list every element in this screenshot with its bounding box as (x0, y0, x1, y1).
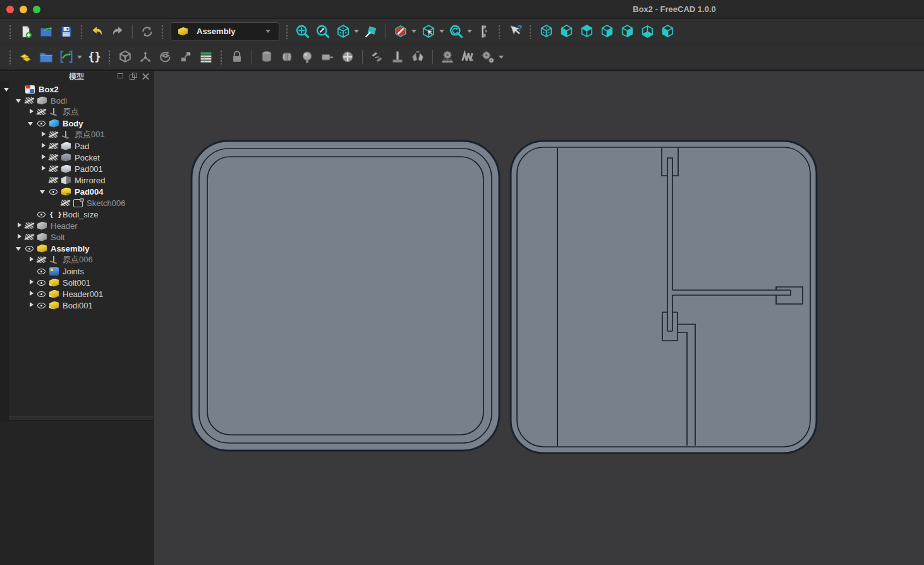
tree-item-bodi-size[interactable]: Bodi_size (0, 209, 153, 220)
tree-item-pad[interactable]: Pad (0, 140, 153, 152)
toolbar-drag-handle[interactable] (529, 24, 532, 39)
insert-link-button[interactable] (56, 47, 76, 67)
view-fit-selection-button[interactable] (313, 21, 333, 42)
open-document-button[interactable] (36, 21, 56, 42)
toolbar-drag-handle[interactable] (80, 24, 83, 39)
toolbar-drag-handle[interactable] (286, 24, 289, 39)
new-document-button[interactable] (16, 21, 36, 42)
undo-button[interactable] (87, 21, 107, 42)
chevron-down-icon[interactable] (499, 56, 504, 59)
belt-joint-button[interactable] (458, 47, 478, 67)
save-button[interactable] (56, 21, 76, 42)
panel-minimize-button[interactable] (117, 73, 124, 80)
create-variable-set-button[interactable]: {} (84, 47, 104, 67)
cylindrical-joint-button[interactable] (277, 47, 297, 67)
close-window-button[interactable] (6, 6, 14, 13)
bill-of-materials-button[interactable] (196, 47, 216, 67)
tree-item-origin001[interactable]: 原点001 (0, 129, 153, 140)
collapse-arrow-icon[interactable] (27, 255, 37, 265)
model-panel-header[interactable]: 模型 (0, 71, 153, 82)
expand-arrow-icon[interactable] (39, 186, 49, 197)
chevron-down-icon[interactable] (411, 30, 416, 33)
rear-view-button[interactable] (617, 21, 637, 42)
axonometric-view-button[interactable] (536, 21, 556, 42)
exploded-view-button[interactable] (176, 47, 196, 67)
sync-view-button[interactable] (446, 21, 466, 42)
workbench-selector[interactable]: Assembly (171, 22, 279, 41)
expand-arrow-icon[interactable] (27, 118, 37, 128)
expand-arrow-icon[interactable] (15, 243, 25, 253)
tree-item-origin[interactable]: 原点 (0, 106, 153, 118)
bottom-view-button[interactable] (637, 21, 657, 42)
gear-joint-button[interactable] (478, 47, 498, 67)
tree-item-pad004[interactable]: Pad004 (0, 186, 153, 197)
toolbar-drag-handle[interactable] (161, 24, 164, 39)
tree-item-bodi[interactable]: Bodi (0, 95, 153, 106)
panel-float-button[interactable] (130, 73, 137, 80)
flexible-assembly-button[interactable] (135, 47, 155, 67)
clipping-plane-button[interactable] (391, 21, 411, 42)
measure-button[interactable] (474, 21, 494, 42)
top-view-button[interactable] (576, 21, 597, 42)
zoom-window-button[interactable] (33, 6, 40, 13)
tree-item-origin006[interactable]: 原点006 (0, 254, 153, 265)
collapse-arrow-icon[interactable] (39, 164, 49, 174)
tree-item-pocket[interactable]: Pocket (0, 152, 153, 163)
box-element-selection-button[interactable] (418, 21, 439, 42)
chevron-down-icon[interactable] (439, 30, 444, 33)
panel-close-icon[interactable] (142, 73, 149, 80)
rack-pinion-joint-button[interactable] (437, 47, 458, 67)
toolbar-drag-handle[interactable] (9, 24, 12, 39)
tree-item-header001[interactable]: Header001 (0, 288, 153, 300)
collapse-arrow-icon[interactable] (15, 232, 25, 242)
collapse-arrow-icon[interactable] (27, 107, 37, 117)
collapse-arrow-icon[interactable] (39, 141, 49, 151)
isometric-view-button[interactable] (333, 21, 353, 42)
tree-item-box2[interactable]: Box2 (0, 83, 153, 95)
toolbar-drag-handle[interactable] (220, 49, 223, 64)
angle-joint-button[interactable] (408, 47, 428, 67)
redo-button[interactable] (107, 21, 128, 42)
fixed-joint-button[interactable] (227, 47, 247, 67)
tree-item-bodi001[interactable]: Bodi001 (0, 300, 153, 311)
box-base-part[interactable] (511, 141, 817, 453)
expand-arrow-icon[interactable] (15, 95, 25, 106)
collapse-arrow-icon[interactable] (15, 221, 25, 231)
chevron-down-icon[interactable] (354, 30, 359, 33)
right-view-button[interactable] (597, 21, 617, 42)
align-to-selection-button[interactable] (361, 21, 381, 42)
slider-joint-button[interactable] (317, 47, 337, 67)
revolute-joint-button[interactable] (257, 47, 277, 67)
box-lid-part[interactable] (191, 141, 499, 451)
distance-joint-button[interactable] (337, 47, 358, 67)
tree-item-sketch006[interactable]: Sketch006 (0, 197, 153, 209)
expand-arrow-icon[interactable] (3, 84, 13, 94)
collapse-arrow-icon[interactable] (27, 289, 37, 299)
tree-item-assembly[interactable]: Assembly (0, 243, 153, 254)
create-assembly-button[interactable] (16, 47, 36, 67)
refresh-button[interactable] (137, 21, 157, 42)
collapse-arrow-icon[interactable] (27, 300, 37, 310)
view-fit-all-button[interactable] (293, 21, 313, 42)
tree-item-solt[interactable]: Solt (0, 231, 153, 243)
tree-item-pad001[interactable]: Pad001 (0, 163, 153, 174)
update-assembly-button[interactable] (155, 47, 176, 67)
chevron-down-icon[interactable] (467, 30, 472, 33)
perpendicular-joint-button[interactable] (387, 47, 408, 67)
left-view-button[interactable] (657, 21, 678, 42)
panel-splitter[interactable] (0, 416, 153, 421)
new-group-button[interactable] (36, 47, 56, 67)
toolbar-drag-handle[interactable] (9, 49, 12, 64)
chevron-down-icon[interactable] (77, 56, 82, 59)
whats-this-button[interactable]: ? (505, 21, 525, 42)
toolbar-drag-handle[interactable] (498, 24, 501, 39)
tree-item-mirrored[interactable]: Mirrored (0, 174, 153, 186)
collapse-arrow-icon[interactable] (39, 130, 49, 140)
tree-item-header[interactable]: Header (0, 220, 153, 231)
toolbar-drag-handle[interactable] (108, 49, 111, 64)
collapse-arrow-icon[interactable] (39, 152, 49, 162)
parallel-joint-button[interactable] (367, 47, 387, 67)
tree-item-solt001[interactable]: Solt001 (0, 277, 153, 288)
solve-assembly-button[interactable] (115, 47, 135, 67)
ball-joint-button[interactable] (297, 47, 317, 67)
